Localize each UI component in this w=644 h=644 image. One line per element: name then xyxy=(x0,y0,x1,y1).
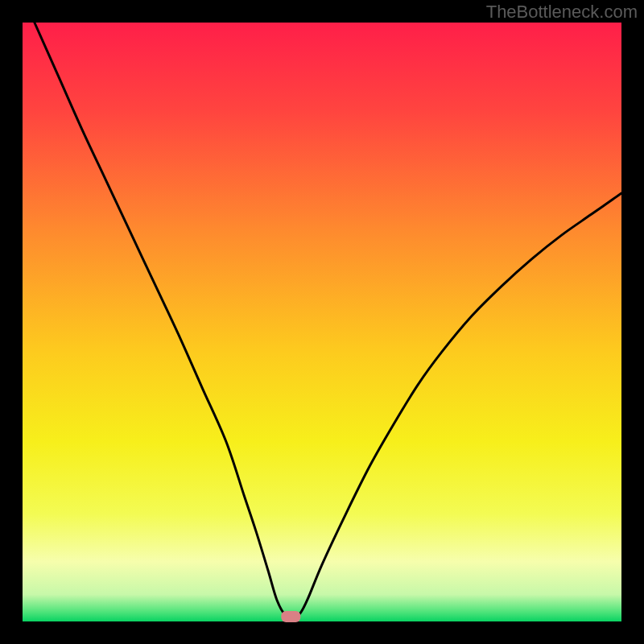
frame-border xyxy=(621,0,644,644)
optimal-marker xyxy=(281,611,300,622)
watermark-text: TheBottleneck.com xyxy=(486,2,638,23)
plot-background xyxy=(23,23,621,621)
frame-border xyxy=(0,0,23,644)
frame-border xyxy=(0,621,644,644)
bottleneck-chart xyxy=(0,0,644,644)
chart-container: { "watermark": "TheBottleneck.com", "cha… xyxy=(0,0,644,644)
